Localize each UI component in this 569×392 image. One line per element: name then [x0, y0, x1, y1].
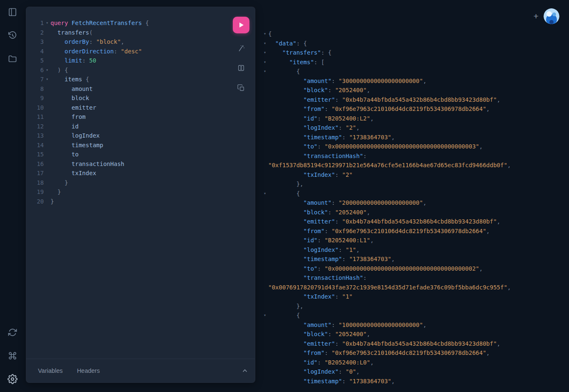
response-line: "id": "B2052400:L1",: [256, 236, 569, 245]
play-icon: [238, 22, 244, 28]
line-number: 14: [26, 141, 44, 150]
docs-icon[interactable]: [8, 7, 18, 17]
response-line: ▾ {: [256, 311, 569, 320]
response-line: "logIndex": "0",: [256, 367, 569, 377]
code-line: 6▾ ) {: [26, 65, 227, 75]
tab-headers[interactable]: Headers: [77, 367, 100, 374]
fold-gutter: [262, 236, 268, 245]
code-line: 12 id: [26, 122, 227, 131]
history-icon[interactable]: [8, 30, 18, 40]
response-line: "timestamp": "1738364703",: [256, 133, 569, 142]
fold-caret-icon[interactable]: ▾: [44, 18, 50, 28]
fold-gutter: [262, 123, 268, 133]
merge-fragments-icon[interactable]: [237, 64, 245, 72]
code-line: 4 orderDirection: "desc": [26, 47, 227, 56]
response-line: "transactionHash":: [256, 151, 569, 161]
query-code-lines[interactable]: 1▾query FetchRecentTransfers {2 transfer…: [26, 18, 227, 357]
code-line: 16 transactionHash: [26, 159, 227, 169]
response-line: "block": "2052400",: [256, 329, 569, 339]
response-line: "0xf1537db85194c9129971b21e564a76cfe5e11…: [256, 161, 569, 170]
fold-caret-icon[interactable]: ▾: [262, 189, 268, 199]
fold-gutter: [262, 104, 268, 114]
fold-caret-icon[interactable]: ▾: [262, 58, 268, 67]
prettify-wand-icon[interactable]: [237, 44, 245, 53]
refetch-schema-icon[interactable]: [8, 327, 18, 337]
code-line: 8 amount: [26, 84, 227, 94]
response-line: "transactionHash":: [256, 273, 569, 283]
fold-gutter: [44, 28, 50, 38]
fold-gutter: [44, 131, 50, 141]
fold-gutter: [262, 179, 268, 189]
fold-gutter: [262, 95, 268, 105]
fold-gutter: [262, 226, 268, 236]
execute-button[interactable]: [233, 17, 249, 33]
tab-variables[interactable]: Variables: [38, 367, 63, 374]
response-line: "amount": "2000000000000000000000",: [256, 198, 569, 208]
add-tab-button[interactable]: +: [531, 11, 541, 22]
code-line: 7▾ items {: [26, 75, 227, 84]
fold-gutter: [44, 159, 50, 169]
keyboard-shortcuts-icon[interactable]: [8, 351, 18, 361]
fold-gutter: [262, 358, 268, 367]
response-line: },: [256, 302, 569, 311]
line-number: 18: [26, 178, 44, 188]
fold-caret-icon[interactable]: ▾: [44, 65, 50, 75]
response-line: "from": "0xf96e7963c210106d4dc8219fb5343…: [256, 104, 569, 114]
response-line: "logIndex": "2",: [256, 123, 569, 133]
code-line: 5 limit: 50: [26, 56, 227, 65]
fold-gutter: [262, 339, 268, 349]
fold-gutter: [44, 56, 50, 65]
fold-gutter: [44, 141, 50, 150]
response-line: "emitter": "0xb4b7a44bfbda545a432b86b4cb…: [256, 339, 569, 349]
explorer-folder-icon[interactable]: [8, 54, 18, 64]
fold-gutter: [262, 161, 268, 170]
fold-gutter: [262, 198, 268, 208]
fold-gutter: [44, 112, 50, 122]
settings-gear-icon[interactable]: [8, 374, 18, 384]
code-line: 15 to: [26, 150, 227, 159]
avatar[interactable]: [544, 8, 559, 24]
fold-gutter: [44, 84, 50, 94]
fold-gutter: [262, 170, 268, 180]
code-line: 10 emitter: [26, 103, 227, 113]
fold-gutter: [262, 133, 268, 142]
response-line: "from": "0xf96e7963c210106d4dc8219fb5343…: [256, 226, 569, 236]
response-lines[interactable]: ▾{▾ "data": {▾ "transfers": {▾ "items": …: [256, 29, 569, 392]
fold-caret-icon[interactable]: ▾: [262, 67, 268, 76]
response-line: "emitter": "0xb4b7a44bfbda545a432b86b4cb…: [256, 217, 569, 226]
fold-gutter: [262, 245, 268, 255]
fold-gutter: [262, 302, 268, 311]
fold-caret-icon[interactable]: ▾: [262, 311, 268, 320]
fold-caret-icon[interactable]: ▾: [44, 75, 50, 84]
fold-gutter: [44, 122, 50, 131]
response-line: "txIndex": "2": [256, 170, 569, 180]
line-number: 17: [26, 168, 44, 178]
code-line: 14 timestamp: [26, 141, 227, 150]
line-number: 2: [26, 28, 44, 38]
chevron-up-icon[interactable]: [242, 367, 248, 374]
response-line: "txIndex": "1": [256, 292, 569, 302]
response-line: "from": "0xf96e7963c210106d4dc8219fb5343…: [256, 348, 569, 358]
fold-gutter: [262, 329, 268, 339]
fold-caret-icon[interactable]: ▾: [262, 48, 268, 58]
fold-gutter: [44, 168, 50, 178]
fold-gutter: [44, 93, 50, 103]
response-line: "timestamp": "1738364703",: [256, 377, 569, 386]
response-line: ▾ "transfers": {: [256, 48, 569, 58]
code-line: 2 transfers(: [26, 28, 227, 38]
fold-gutter: [44, 187, 50, 197]
code-line: 18 }: [26, 178, 227, 188]
response-line: ▾ {: [256, 189, 569, 199]
line-number: 16: [26, 159, 44, 169]
response-line: ▾ {: [256, 67, 569, 76]
code-line: 1▾query FetchRecentTransfers {: [26, 18, 227, 28]
line-number: 4: [26, 47, 44, 56]
response-line: "amount": "3000000000000000000000",: [256, 76, 569, 86]
fold-caret-icon[interactable]: ▾: [262, 29, 268, 39]
line-number: 8: [26, 84, 44, 94]
fold-caret-icon[interactable]: ▾: [262, 39, 268, 48]
line-number: 15: [26, 150, 44, 159]
code-line: 11 from: [26, 112, 227, 122]
line-number: 3: [26, 37, 44, 47]
copy-icon[interactable]: [237, 84, 245, 92]
